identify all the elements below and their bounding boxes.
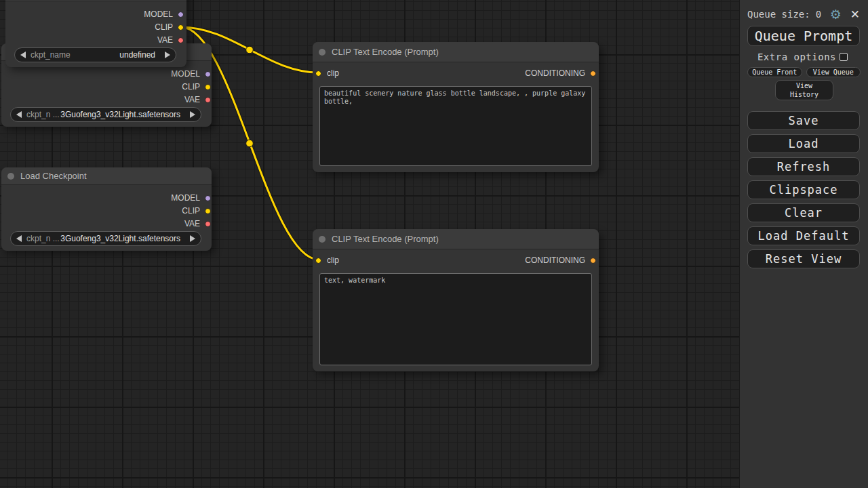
conditioning-output-port[interactable] <box>590 258 596 264</box>
queue-size-label: Queue size:0 <box>747 9 830 20</box>
node-title: Load Checkpoint <box>20 171 87 181</box>
reset-view-button[interactable]: Reset View <box>747 249 860 268</box>
ckpt-name-widget[interactable]: ckpt_n ... 3Guofeng3_v32Light.safetensor… <box>10 107 201 122</box>
clip-input-port[interactable] <box>315 258 321 264</box>
link-midpoint-dot <box>246 46 254 54</box>
queue-size-value: 0 <box>816 9 821 20</box>
clip-output-port[interactable] <box>205 84 211 90</box>
positive-prompt-textarea[interactable]: beautiful scenery nature glass bottle la… <box>319 86 592 166</box>
vae-output-port[interactable] <box>205 221 211 227</box>
extra-options-label: Extra options <box>757 52 836 62</box>
model-output-port[interactable] <box>178 12 184 18</box>
clipspace-button[interactable]: Clipspace <box>747 180 860 199</box>
negative-prompt-textarea[interactable]: text, watermark <box>319 273 592 365</box>
ckpt-name-widget[interactable]: ckpt_n ... 3Guofeng3_v32Light.safetensor… <box>10 231 201 246</box>
widget-prev-icon[interactable] <box>16 235 22 242</box>
widget-next-icon[interactable] <box>190 235 195 242</box>
node-clip-text-encode-negative[interactable]: CLIP Text Encode (Prompt) clip CONDITION… <box>313 229 599 371</box>
vae-output-port[interactable] <box>178 37 184 43</box>
load-default-button[interactable]: Load Default <box>747 226 860 245</box>
ckpt-name-widget[interactable]: ckpt_name undefined <box>14 47 176 62</box>
model-output-port[interactable] <box>205 71 211 77</box>
widget-prev-icon[interactable] <box>16 111 22 118</box>
load-button[interactable]: Load <box>747 134 860 153</box>
widget-next-icon[interactable] <box>190 111 195 118</box>
comfy-menu-panel: Queue size:0 ⚙ ✕ Queue Prompt Extra opti… <box>739 0 868 488</box>
node-load-checkpoint-partial-top[interactable]: Load Checkpoint MODEL CLIP VAE ckpt_name… <box>5 0 186 67</box>
node-title: CLIP Text Encode (Prompt) <box>332 47 439 57</box>
node-clip-text-encode-positive[interactable]: CLIP Text Encode (Prompt) clip CONDITION… <box>313 42 599 172</box>
model-output-port[interactable] <box>205 195 211 201</box>
close-menu-icon[interactable]: ✕ <box>850 7 860 21</box>
vae-output-port[interactable] <box>205 97 211 103</box>
collapse-toggle-icon[interactable] <box>319 49 326 56</box>
queue-front-button[interactable]: Queue Front <box>747 67 802 77</box>
clip-output-port[interactable] <box>205 208 211 214</box>
node-title: CLIP Text Encode (Prompt) <box>332 234 439 244</box>
link-midpoint-dot <box>246 140 254 147</box>
clip-input-port[interactable] <box>315 70 321 77</box>
extra-options-checkbox[interactable] <box>840 53 848 61</box>
queue-prompt-button[interactable]: Queue Prompt <box>747 26 860 46</box>
widget-prev-icon[interactable] <box>20 52 26 58</box>
clear-button[interactable]: Clear <box>747 203 860 222</box>
view-queue-button[interactable]: View Queue <box>806 67 861 77</box>
collapse-toggle-icon[interactable] <box>319 236 326 243</box>
refresh-button[interactable]: Refresh <box>747 157 860 176</box>
collapse-toggle-icon[interactable] <box>7 173 14 180</box>
settings-gear-icon[interactable]: ⚙ <box>830 7 842 22</box>
node-graph-canvas[interactable]: Load Checkpoint MODEL CLIP VAE ckpt_n ..… <box>0 0 739 488</box>
conditioning-output-port[interactable] <box>590 70 596 77</box>
node-load-checkpoint[interactable]: Load Checkpoint MODEL CLIP VAE ckpt_n ..… <box>1 167 212 251</box>
view-history-button[interactable]: View History <box>775 80 833 100</box>
widget-next-icon[interactable] <box>165 52 170 58</box>
clip-output-port[interactable] <box>178 24 184 30</box>
save-button[interactable]: Save <box>747 111 860 130</box>
